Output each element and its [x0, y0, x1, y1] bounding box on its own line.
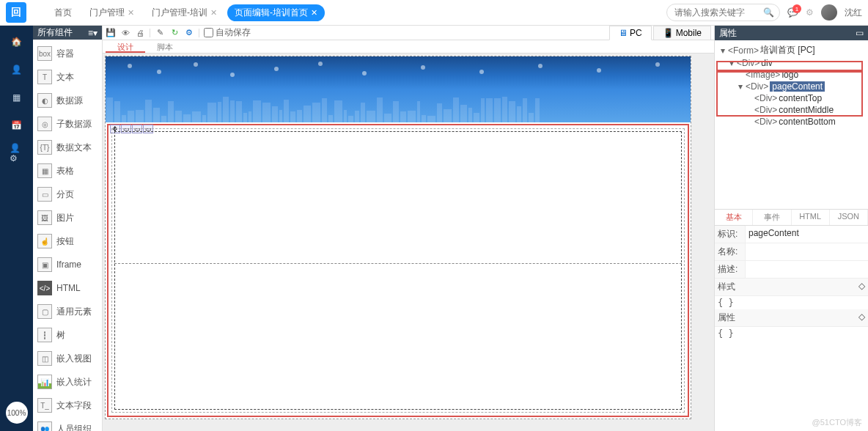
breadcrumb-item[interactable]: 页面编辑-培训首页✕	[227, 4, 325, 21]
rail-usercog-icon[interactable]: 👤⚙	[10, 146, 24, 161]
component-item[interactable]: 📊嵌入统计	[34, 370, 100, 394]
edit-icon[interactable]: ✎	[155, 28, 165, 38]
component-label: 人员组织	[56, 423, 92, 431]
component-label: 子数据源	[56, 118, 92, 130]
component-item[interactable]: 🖼图片	[34, 206, 100, 229]
component-icon: ▣	[37, 257, 52, 272]
close-icon[interactable]: ✕	[128, 8, 134, 18]
avatar[interactable]	[821, 4, 837, 21]
editor-toolbar: 💾 👁 🖨 ✎ ↻ ⚙ 自动保存 🖥PC 📱Mobile	[103, 26, 714, 40]
rail-user-icon[interactable]: 👤	[10, 62, 24, 77]
expand-icon[interactable]: ◇	[858, 312, 865, 324]
refresh-icon[interactable]: ↻	[169, 28, 180, 38]
canvas[interactable]: ✥ ▭ ▭ ▭	[103, 54, 714, 431]
breadcrumb-item[interactable]: 首页	[47, 4, 79, 21]
component-icon: {T}	[37, 140, 52, 155]
tree-node[interactable]: ▾<Form> 培训首页 [PC]	[716, 43, 867, 57]
preview-icon[interactable]: 👁	[120, 28, 130, 38]
component-icon: box	[37, 46, 52, 61]
zoom-level[interactable]: 100%	[6, 402, 28, 424]
expand-icon[interactable]: ◇	[858, 281, 865, 293]
component-label: 嵌入视图	[56, 353, 92, 365]
prop-tab[interactable]: 事件	[753, 210, 791, 225]
component-item[interactable]: T文本	[34, 65, 100, 89]
breadcrumb-item[interactable]: 门户管理✕	[82, 4, 141, 21]
component-panel-title: 所有组件	[37, 26, 73, 39]
component-panel-menu-icon[interactable]: ≡▾	[88, 28, 98, 38]
prop-tab[interactable]: 基本	[715, 210, 753, 225]
tree-node[interactable]: <Image> logo	[716, 69, 867, 81]
component-panel: 所有组件 ≡▾ box容器T文本◐数据源◎子数据源{T}数据文本▦表格▭分页🖼图…	[33, 26, 103, 431]
component-icon: ☝	[37, 234, 52, 248]
prop-name-value[interactable]	[746, 243, 868, 260]
component-item[interactable]: ┇树	[34, 323, 100, 347]
component-item[interactable]: 👥人员组织	[34, 417, 100, 431]
component-icon: </>	[37, 281, 52, 295]
component-item[interactable]: ▭分页	[34, 183, 100, 206]
device-tab-pc[interactable]: 🖥PC	[609, 26, 652, 40]
component-item[interactable]: box容器	[34, 42, 100, 65]
tab-script[interactable]: 脚本	[145, 40, 185, 53]
top-header: 回 首页门户管理✕门户管理-培训✕页面编辑-培训首页✕ 🔍 💬1 ⚙ 沈红	[0, 0, 868, 26]
property-panel-toggle-icon[interactable]: ▭	[856, 28, 864, 38]
component-icon: ▦	[37, 163, 52, 178]
rail-home-icon[interactable]: 🏠	[10, 34, 24, 49]
component-item[interactable]: </>HTML	[34, 276, 100, 300]
component-label: 分页	[56, 188, 74, 201]
save-icon[interactable]: 💾	[106, 28, 116, 38]
tree-node[interactable]: <Div> contentMiddle	[716, 104, 867, 116]
print-icon[interactable]: 🖨	[135, 28, 145, 38]
component-label: Iframe	[56, 259, 81, 270]
device-tab-mobile[interactable]: 📱Mobile	[653, 26, 711, 40]
component-item[interactable]: ☝按钮	[34, 229, 100, 253]
component-label: 数据源	[56, 95, 83, 107]
component-item[interactable]: {T}数据文本	[34, 136, 100, 159]
component-label: 图片	[56, 212, 74, 224]
search-icon[interactable]: 🔍	[763, 7, 774, 18]
component-item[interactable]: ◎子数据源	[34, 112, 100, 136]
prop-tab[interactable]: HTML	[792, 210, 830, 225]
left-rail: 🏠 👤 ▦ 📅 👤⚙ 100%	[0, 26, 33, 431]
component-label: 文本	[56, 71, 74, 84]
selected-container[interactable]: ✥ ▭ ▭ ▭	[107, 124, 689, 417]
component-item[interactable]: ▦表格	[34, 159, 100, 183]
component-label: 按钮	[56, 235, 74, 248]
component-item[interactable]: ▣Iframe	[34, 253, 100, 276]
config-icon[interactable]: ⚙	[184, 28, 194, 38]
prop-tab[interactable]: JSON	[830, 210, 868, 225]
component-label: 通用元素	[56, 306, 92, 318]
prop-style-code[interactable]: { }	[715, 296, 868, 309]
component-label: 文本字段	[56, 399, 92, 412]
component-icon: T_	[37, 398, 52, 413]
tree-node[interactable]: ▾<Div> div	[716, 57, 867, 69]
autosave-toggle[interactable]: 自动保存	[204, 26, 251, 39]
tree-node[interactable]: <Div> contentBottom	[716, 116, 867, 128]
component-item[interactable]: ▢通用元素	[34, 300, 100, 323]
component-label: 表格	[56, 165, 74, 177]
component-label: 树	[56, 329, 65, 342]
close-icon[interactable]: ✕	[311, 8, 317, 18]
component-icon: 👥	[37, 421, 52, 431]
dom-tree[interactable]: ▾<Form> 培训首页 [PC]▾<Div> div<Image> logo▾…	[715, 40, 868, 209]
component-item[interactable]: ◫嵌入视图	[34, 347, 100, 370]
rail-calendar-icon[interactable]: 📅	[10, 118, 24, 133]
close-icon[interactable]: ✕	[210, 8, 217, 18]
component-icon: ▭	[37, 187, 52, 202]
breadcrumb-item[interactable]: 门户管理-培训✕	[144, 4, 224, 21]
tree-node[interactable]: ▾<Div> pageContent	[716, 81, 867, 92]
component-item[interactable]: ◐数据源	[34, 89, 100, 112]
rail-dashboard-icon[interactable]: ▦	[10, 90, 24, 105]
notification-icon[interactable]: 💬1	[787, 7, 798, 18]
banner-image[interactable]	[106, 56, 691, 122]
component-item[interactable]: T_文本字段	[34, 394, 100, 417]
component-label: 数据文本	[56, 141, 92, 154]
tree-node[interactable]: <Div> contentTop	[716, 92, 867, 104]
tab-design[interactable]: 设计	[106, 40, 145, 53]
app-logo[interactable]: 回	[6, 2, 26, 23]
settings-icon[interactable]: ⚙	[806, 7, 814, 18]
page-root[interactable]: ✥ ▭ ▭ ▭	[105, 56, 691, 419]
prop-attr-code[interactable]: { }	[715, 327, 868, 340]
prop-id-value[interactable]: pageContent	[746, 226, 868, 243]
component-icon: 📊	[37, 375, 52, 389]
prop-desc-value[interactable]	[746, 261, 868, 278]
